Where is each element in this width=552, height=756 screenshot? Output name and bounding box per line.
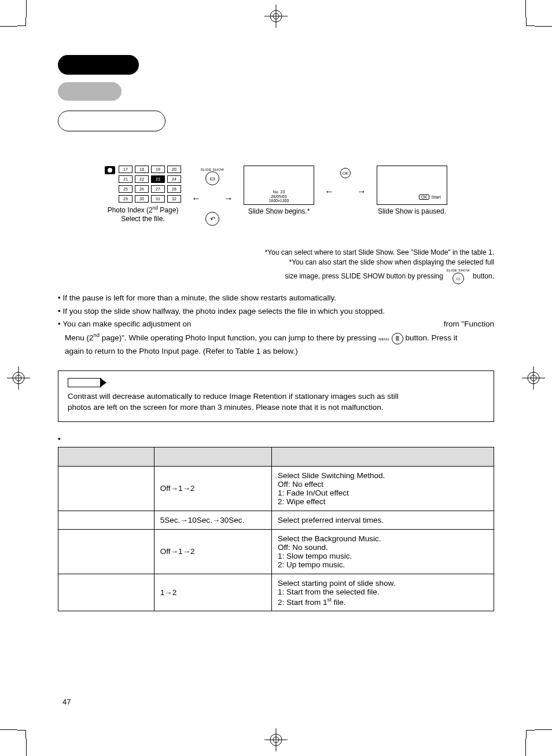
settings-table: Off→1→2 Select Slide Switching Method. O… [58, 447, 494, 612]
bullet-list: • If the pause is left for more than a m… [58, 292, 494, 357]
thumb-19: 19 [151, 166, 165, 173]
thumb-22: 22 [135, 175, 149, 183]
caption-begin: Slide Show begins.* [248, 207, 310, 216]
thumb-24: 24 [167, 175, 181, 183]
arrow-left-right-2 [325, 186, 366, 197]
footnotes: *You can select where to start Slide Sho… [58, 248, 494, 284]
thumb-30: 30 [135, 195, 149, 203]
thumb-18: 18 [135, 166, 149, 173]
return-icon[interactable]: ↶ [205, 212, 219, 226]
th-select [154, 447, 271, 466]
thumb-23-selected: 23 [151, 175, 165, 183]
slideshow-icon: ▭ [205, 171, 219, 185]
register-mark-bottom [264, 728, 288, 751]
table-row: 5Sec.→10Sec.→30Sec. Select preferred int… [58, 511, 494, 529]
th-item [58, 447, 154, 466]
note-box: Contrast will decrease automatically to … [58, 370, 494, 422]
ok-badge: OK [419, 194, 429, 200]
thumb-25: 25 [119, 185, 133, 193]
photo-index-grid: 17 18 19 20 21 22 23 24 25 26 27 28 29 3… [119, 166, 181, 203]
screen-slideshow-paused: OK Start [377, 166, 447, 205]
section-capsule [58, 111, 165, 131]
thumb-21: 21 [119, 175, 133, 183]
thumb-32: 32 [167, 195, 181, 203]
thumb-27: 27 [151, 185, 165, 193]
ok-button[interactable]: OK [340, 168, 351, 178]
slideshow-button[interactable]: SLIDE SHOW ▭ [201, 168, 225, 185]
screen-slideshow-begin: No. 23 28/05/03 1600x1200 [244, 166, 314, 205]
register-mark-top [264, 5, 288, 28]
page-number: 47 [62, 698, 71, 706]
start-label: Start [431, 194, 441, 200]
caption-paused: Slide Show is paused. [378, 207, 446, 216]
arrow-left-right [192, 193, 233, 204]
index-caption: Photo Index (2nd Page) Select the file. [108, 205, 179, 223]
slideshow-inline-icon: SLIDE SHOW ▭ [446, 268, 470, 285]
section-pill-black [58, 55, 139, 75]
section-pill-gray [58, 82, 122, 101]
th-desc [271, 447, 494, 466]
cell-desc: Select Slide Switching Method. Off: No e… [271, 466, 494, 511]
thumb-17: 17 [119, 166, 133, 173]
menu-inline-icon: MENU ≣ [378, 333, 405, 342]
flow-row: 17 18 19 20 21 22 23 24 25 26 27 28 29 3… [58, 166, 494, 226]
table-row: Off→1→2 Select Slide Switching Method. O… [58, 466, 494, 511]
table-row: 1→2 Select starting point of slide show.… [58, 574, 494, 611]
thumb-26: 26 [135, 185, 149, 193]
register-mark-left [7, 366, 30, 390]
register-mark-right [522, 366, 545, 390]
thumb-29: 29 [119, 195, 133, 203]
camera-icon [105, 166, 115, 174]
note-arrow-icon [68, 378, 101, 387]
table-bullet: • [58, 435, 494, 443]
table-row: Off→1→2 Select the Background Music. Off… [58, 529, 494, 574]
thumb-31: 31 [151, 195, 165, 203]
thumb-28: 28 [167, 185, 181, 193]
thumb-20: 20 [167, 166, 181, 173]
